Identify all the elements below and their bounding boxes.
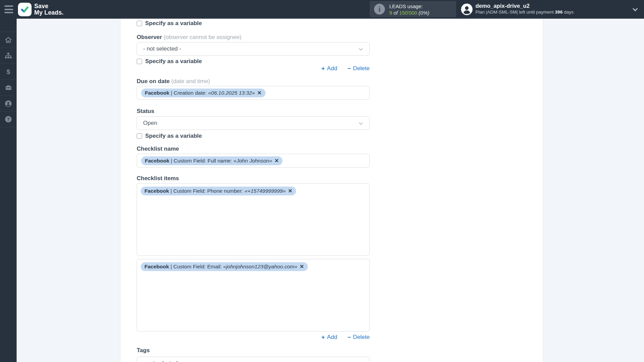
avatar-icon <box>461 3 473 16</box>
status-select[interactable]: Open <box>137 116 370 130</box>
checklist-name-input[interactable]: Facebook | Custom Field: Full name: «Joh… <box>137 154 370 168</box>
user-menu[interactable]: demo_apix-drive_u2 Plan |ADM-SML-SM| lef… <box>458 0 642 19</box>
svg-text:?: ? <box>7 117 9 122</box>
sitemap-icon <box>4 52 12 60</box>
observer-select[interactable]: - not selected - <box>137 42 370 56</box>
field-label-due-on-date: Due on date (date and time) <box>137 78 370 85</box>
user-name: demo_apix-drive_u2 <box>475 3 530 9</box>
right-panel <box>543 19 644 362</box>
delete-button[interactable]: −Delete <box>347 334 370 341</box>
chip-close-icon[interactable]: ✕ <box>274 158 279 164</box>
logo-check-icon <box>20 5 30 14</box>
specify-variable-label: Specify as a variable <box>145 58 202 65</box>
info-icon: i <box>374 4 385 15</box>
sidebar-item-home[interactable] <box>0 32 17 47</box>
add-delete-row: +Add −Delete <box>137 334 370 341</box>
facebook-chip[interactable]: Facebook | Custom Field: Full name: «Joh… <box>141 156 282 165</box>
chevron-down-icon <box>358 46 364 52</box>
leads-usage-badge: i LEADS usage: 9 of 150'000 (0%) <box>370 1 456 17</box>
sidebar-item-connections[interactable] <box>0 47 17 63</box>
leads-usage-title: LEADS usage: <box>389 3 429 9</box>
chevron-down-icon[interactable] <box>631 6 639 13</box>
specify-variable-row: Specify as a variable <box>137 133 370 139</box>
sidebar: $ <box>0 19 17 362</box>
field-label-observer: Observer (observer cannot be assignee) <box>137 34 370 41</box>
add-button[interactable]: +Add <box>321 334 337 341</box>
svg-text:$: $ <box>6 68 10 75</box>
chip-close-icon[interactable]: ✕ <box>300 264 304 270</box>
sidebar-item-workspace[interactable] <box>0 79 17 95</box>
help-icon: ? <box>4 115 12 123</box>
field-label-checklist-name: Checklist name <box>137 145 370 153</box>
user-icon <box>4 100 12 108</box>
facebook-chip[interactable]: Facebook | Creation date: «06.10.2025 13… <box>141 89 266 97</box>
specify-variable-row: Specify as a variable <box>137 58 370 65</box>
dollar-icon: $ <box>4 68 12 76</box>
specify-variable-checkbox[interactable] <box>137 21 142 26</box>
field-label-tags: Tags <box>137 347 370 354</box>
sidebar-item-billing[interactable]: $ <box>0 63 17 79</box>
chevron-down-icon <box>358 121 364 126</box>
app-logo[interactable] <box>18 3 32 16</box>
app-title: Save My Leads. <box>34 3 63 16</box>
add-button[interactable]: +Add <box>321 65 337 72</box>
sidebar-item-profile[interactable] <box>0 95 17 111</box>
specify-variable-row: Specify as a variable <box>137 20 370 27</box>
hamburger-menu-icon[interactable] <box>4 5 13 13</box>
specify-variable-label: Specify as a variable <box>145 20 202 27</box>
top-header-bar: Save My Leads. i LEADS usage: 9 of 150'0… <box>0 0 644 19</box>
left-panel <box>17 19 120 362</box>
app-window: Save My Leads. i LEADS usage: 9 of 150'0… <box>0 0 644 362</box>
specify-variable-checkbox[interactable] <box>137 133 142 139</box>
tags-select[interactable]: - not selected - <box>137 357 370 362</box>
field-mapping-form: Specify as a variable Observer (observer… <box>137 19 370 362</box>
checklist-items-box[interactable]: Facebook | Custom Field: Email: «johnjoh… <box>137 259 370 331</box>
user-plan: Plan |ADM-SML-SM| left until payment 396… <box>475 9 573 15</box>
leads-usage-count: 9 of 150'000 (0%) <box>389 9 429 16</box>
home-icon <box>4 36 12 44</box>
add-delete-row: +Add −Delete <box>137 65 370 72</box>
delete-button[interactable]: −Delete <box>347 65 370 72</box>
sidebar-item-help[interactable]: ? <box>0 111 17 127</box>
checklist-items-box[interactable]: Facebook | Custom Field: Phone number: «… <box>137 183 370 256</box>
field-label-status: Status <box>137 108 370 115</box>
facebook-chip[interactable]: Facebook | Custom Field: Phone number: «… <box>141 187 296 195</box>
field-label-checklist-items: Checklist items <box>137 175 370 182</box>
specify-variable-checkbox[interactable] <box>137 59 142 64</box>
chip-close-icon[interactable]: ✕ <box>288 188 292 194</box>
chip-close-icon[interactable]: ✕ <box>257 90 262 96</box>
due-on-date-input[interactable]: Facebook | Creation date: «06.10.2025 13… <box>137 86 370 100</box>
briefcase-icon <box>5 84 12 91</box>
facebook-chip[interactable]: Facebook | Custom Field: Email: «johnjoh… <box>141 262 308 271</box>
specify-variable-label: Specify as a variable <box>145 133 202 139</box>
